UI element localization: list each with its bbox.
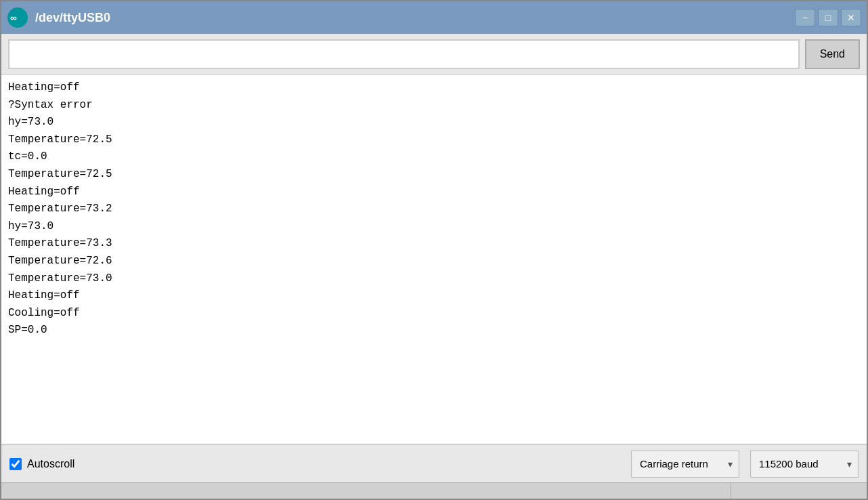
- titlebar-left: ∞ /dev/ttyUSB0: [7, 7, 110, 28]
- bottom-status-left: [1, 483, 731, 499]
- list-item: Temperature=72.5: [8, 166, 860, 184]
- bottom-statusbar: [1, 482, 867, 499]
- list-item: hy=73.0: [8, 218, 860, 236]
- close-button[interactable]: ✕: [841, 9, 861, 26]
- titlebar: ∞ /dev/ttyUSB0 − □ ✕: [1, 1, 867, 34]
- autoscroll-text: Autoscroll: [27, 458, 74, 470]
- send-button[interactable]: Send: [805, 39, 860, 69]
- autoscroll-label[interactable]: Autoscroll: [9, 458, 74, 470]
- serial-output-area[interactable]: Heating=off?Syntax errorhy=73.0Temperatu…: [1, 75, 867, 444]
- list-item: Heating=off: [8, 287, 860, 305]
- maximize-button[interactable]: □: [818, 9, 838, 26]
- list-item: Heating=off: [8, 79, 860, 97]
- list-item: Temperature=72.6: [8, 253, 860, 270]
- list-item: Temperature=73.0: [8, 270, 860, 288]
- baud-rate-select[interactable]: 300 baud 1200 baud 2400 baud 4800 baud 9…: [750, 451, 859, 478]
- svg-text:∞: ∞: [10, 12, 17, 23]
- titlebar-buttons: − □ ✕: [795, 9, 861, 26]
- minimize-button[interactable]: −: [795, 9, 815, 26]
- serial-send-input[interactable]: [8, 39, 800, 69]
- bottom-status-right: [731, 483, 867, 499]
- main-window: ∞ /dev/ttyUSB0 − □ ✕ Send Heating=off?Sy…: [0, 0, 868, 500]
- line-ending-wrapper: No line ending Newline Carriage return B…: [631, 451, 739, 478]
- list-item: Cooling=off: [8, 305, 860, 322]
- baud-rate-wrapper: 300 baud 1200 baud 2400 baud 4800 baud 9…: [750, 451, 859, 478]
- list-item: tc=0.0: [8, 148, 860, 166]
- list-item: Temperature=73.2: [8, 201, 860, 218]
- list-item: hy=73.0: [8, 114, 860, 131]
- arduino-logo-icon: ∞: [7, 7, 28, 28]
- line-ending-select[interactable]: No line ending Newline Carriage return B…: [631, 451, 739, 478]
- list-item: Heating=off: [8, 184, 860, 201]
- list-item: Temperature=72.5: [8, 131, 860, 149]
- window-title: /dev/ttyUSB0: [35, 11, 110, 25]
- statusbar: Autoscroll No line ending Newline Carria…: [1, 444, 867, 482]
- autoscroll-checkbox[interactable]: [9, 458, 22, 470]
- list-item: ?Syntax error: [8, 97, 860, 114]
- toolbar: Send: [1, 34, 867, 75]
- list-item: SP=0.0: [8, 322, 860, 339]
- list-item: Temperature=73.3: [8, 235, 860, 253]
